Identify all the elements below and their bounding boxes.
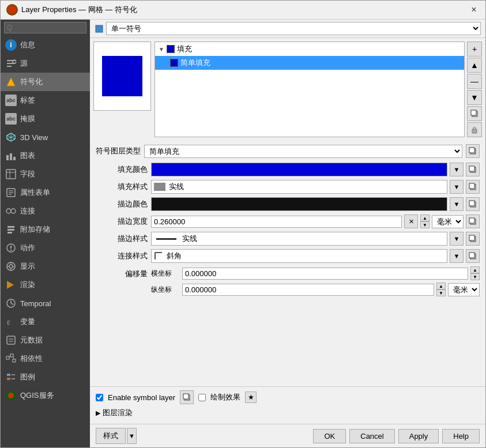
sidebar-item-mask[interactable]: abc 掩膜 <box>1 110 90 128</box>
svg-rect-65 <box>469 253 474 258</box>
stroke-width-up-btn[interactable]: ▲ <box>420 214 430 221</box>
add-layer-button[interactable]: + <box>467 42 482 57</box>
sidebar-item-field[interactable]: 字段 <box>1 165 90 183</box>
sidebar-item-metadata[interactable]: 元数据 <box>1 331 90 349</box>
symbol-type-select[interactable]: 简单填充 <box>144 145 462 158</box>
join-style-box[interactable]: 斜角 <box>151 249 447 263</box>
style-dropdown-btn[interactable]: ▼ <box>127 428 137 444</box>
join-style-copy-btn[interactable] <box>466 249 480 263</box>
fill-color-picker-btn[interactable]: ▼ <box>450 163 464 176</box>
stroke-width-input[interactable] <box>151 216 402 228</box>
stroke-width-copy-btn[interactable] <box>466 214 480 228</box>
offset-x-input[interactable] <box>182 268 468 280</box>
ok-button[interactable]: OK <box>313 429 346 443</box>
svg-rect-63 <box>469 235 474 240</box>
svg-text:ε: ε <box>7 318 10 326</box>
fill-color-copy-btn[interactable] <box>466 163 480 176</box>
close-button[interactable]: × <box>468 4 480 16</box>
move-down-button[interactable]: ▼ <box>467 90 482 105</box>
style-button[interactable]: 样式 <box>96 428 126 444</box>
symbol-type-copy-btn[interactable] <box>466 144 480 158</box>
sidebar-item-aux[interactable]: 附加存储 <box>1 220 90 239</box>
3d-icon <box>5 131 17 143</box>
fill-style-copy-btn[interactable] <box>466 180 480 194</box>
offset-y-up-btn[interactable]: ▲ <box>436 283 446 289</box>
sidebar-item-label[interactable]: abc 标签 <box>1 91 90 110</box>
sidebar-item-display[interactable]: 显示 <box>1 257 90 276</box>
sidebar-label-metadata: 元数据 <box>20 335 43 345</box>
stroke-style-dropdown-btn[interactable]: ▼ <box>450 232 464 246</box>
offset-unit-select[interactable]: 毫米 <box>448 283 480 296</box>
stroke-width-label: 描边宽度 <box>96 216 148 227</box>
stroke-color-picker-btn[interactable]: ▼ <box>450 197 464 211</box>
fill-color-bar[interactable] <box>151 163 447 176</box>
search-input[interactable] <box>4 22 86 33</box>
sidebar-item-attrform[interactable]: 属性表单 <box>1 183 90 202</box>
offset-x-spin: ▲ ▼ <box>470 266 480 280</box>
svg-rect-44 <box>7 378 10 380</box>
join-style-row: 连接样式 斜角 ▼ <box>96 249 480 263</box>
stroke-style-box[interactable]: 实线 <box>151 232 447 246</box>
symbol-tree: ▼ 填充 简单填充 <box>155 42 465 137</box>
main-window: Layer Properties — 网格 — 符号化 × i 信息 源 <box>0 0 486 448</box>
stroke-color-label: 描边颜色 <box>96 199 148 209</box>
stroke-width-unit-select[interactable]: 毫米 <box>432 215 464 228</box>
svg-rect-50 <box>471 110 476 115</box>
sidebar-item-actions[interactable]: 动作 <box>1 239 90 257</box>
sidebar-item-join[interactable]: 连接 <box>1 202 90 220</box>
offset-x-up-btn[interactable]: ▲ <box>470 266 480 273</box>
sidebar-item-render[interactable]: 渲染 <box>1 276 90 294</box>
sidebar-item-source[interactable]: 源 <box>1 54 90 73</box>
join-style-icon <box>154 251 163 261</box>
help-button[interactable]: Help <box>442 429 480 443</box>
apply-button[interactable]: Apply <box>398 429 439 443</box>
sidebar-item-dependency[interactable]: 相依性 <box>1 349 90 368</box>
sidebar-item-chart[interactable]: 图表 <box>1 146 90 165</box>
stroke-width-clear-btn[interactable]: ✕ <box>404 214 418 228</box>
svg-rect-39 <box>13 359 16 362</box>
sidebar-item-info[interactable]: i 信息 <box>1 36 90 54</box>
render-type-select[interactable]: 单一符号 <box>106 22 481 35</box>
sidebar-item-legend[interactable]: 图例 <box>1 368 90 386</box>
sidebar-label-field: 字段 <box>20 169 35 179</box>
stroke-style-copy-btn[interactable] <box>466 232 480 246</box>
fill-style-box[interactable]: 实线 <box>151 180 447 194</box>
sidebar-item-qgis[interactable]: QGIS服务 <box>1 386 90 405</box>
sidebar-item-symbolization[interactable]: 符号化 <box>1 73 90 91</box>
fill-style-dropdown-btn[interactable]: ▼ <box>450 180 464 194</box>
enable-symbol-checkbox[interactable] <box>96 394 103 401</box>
stroke-color-bar[interactable] <box>151 197 447 211</box>
offset-x-down-btn[interactable]: ▼ <box>470 273 480 280</box>
sidebar-item-temporal[interactable]: Temporal <box>1 294 90 313</box>
stroke-style-line-preview <box>156 238 176 240</box>
preview-square <box>102 56 142 96</box>
lock-button[interactable] <box>467 122 482 137</box>
svg-line-1 <box>16 63 16 64</box>
offset-y-down-btn[interactable]: ▼ <box>436 289 446 296</box>
sidebar-label-join: 连接 <box>20 206 35 216</box>
draw-effect-checkbox[interactable] <box>198 394 206 401</box>
duplicate-button[interactable] <box>467 106 482 121</box>
stroke-color-copy-btn[interactable] <box>466 197 480 211</box>
stroke-width-spin: ▲ ▼ <box>420 214 430 228</box>
tree-row-simple-fill[interactable]: 简单填充 <box>155 56 464 70</box>
move-up-button[interactable]: ▲ <box>467 58 482 73</box>
join-style-dropdown-btn[interactable]: ▼ <box>450 249 464 263</box>
stroke-width-down-btn[interactable]: ▼ <box>420 221 430 228</box>
sidebar-item-3dview[interactable]: 3D View <box>1 128 90 146</box>
offset-y-spin: ▲ ▼ <box>436 283 446 296</box>
layer-render-label: 图层渲染 <box>103 408 133 418</box>
symbol-type-row: 符号图层类型 简单填充 <box>96 144 480 158</box>
properties-area: 符号图层类型 简单填充 填充颜色 ▼ <box>90 141 485 386</box>
sidebar-label-source: 源 <box>20 58 28 69</box>
layer-render-section[interactable]: ▶ 图层渲染 <box>96 408 480 418</box>
enable-symbol-copy[interactable] <box>180 390 194 404</box>
stroke-color-control: ▼ <box>151 197 480 211</box>
sidebar-item-variable[interactable]: ε 变量 <box>1 313 90 331</box>
cancel-button[interactable]: Cancel <box>349 429 394 443</box>
enable-symbol-label: Enable symbol layer <box>108 393 175 402</box>
remove-layer-button[interactable]: — <box>467 74 482 89</box>
tree-row-fill[interactable]: ▼ 填充 <box>155 42 464 56</box>
offset-y-input[interactable] <box>182 284 434 296</box>
draw-effect-star-btn[interactable]: ★ <box>245 391 257 403</box>
